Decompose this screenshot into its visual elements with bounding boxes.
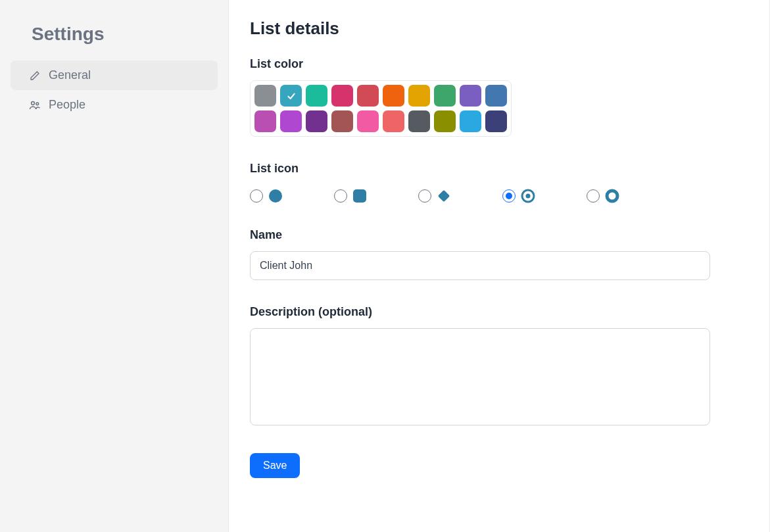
section-list-color: List color — [250, 57, 748, 137]
svg-point-7 — [607, 191, 617, 201]
color-swatch[interactable] — [306, 85, 327, 107]
list-color-label: List color — [250, 57, 748, 71]
section-list-icon: List icon — [250, 162, 748, 203]
sidebar-title: Settings — [11, 21, 218, 60]
icon-option-diamond[interactable] — [418, 189, 451, 203]
icon-option-ring[interactable] — [587, 189, 619, 203]
color-palette — [250, 80, 512, 137]
color-swatch[interactable] — [357, 110, 379, 132]
icon-options — [250, 185, 748, 203]
page-title: List details — [250, 18, 748, 39]
sidebar-item-people[interactable]: People — [11, 90, 218, 120]
main-content: List details List color List icon Name D… — [229, 0, 769, 532]
color-swatch[interactable] — [280, 85, 302, 107]
save-button[interactable]: Save — [250, 453, 300, 478]
sidebar-item-label: General — [49, 68, 91, 82]
svg-rect-4 — [438, 190, 450, 202]
color-swatch[interactable] — [434, 110, 456, 132]
radio-button[interactable] — [502, 189, 516, 203]
circle-icon — [268, 189, 283, 203]
svg-point-2 — [269, 189, 282, 203]
color-swatch[interactable] — [280, 110, 302, 132]
color-swatch[interactable] — [408, 85, 430, 107]
people-icon — [29, 99, 41, 111]
icon-option-square[interactable] — [334, 189, 367, 203]
color-swatch[interactable] — [460, 85, 481, 107]
color-swatch[interactable] — [254, 85, 276, 107]
diamond-icon — [437, 189, 451, 203]
sidebar: Settings GeneralPeople — [0, 0, 229, 532]
color-swatch[interactable] — [485, 85, 507, 107]
color-swatch[interactable] — [383, 85, 404, 107]
icon-option-target[interactable] — [502, 189, 535, 203]
section-description: Description (optional) — [250, 305, 748, 428]
color-swatch[interactable] — [460, 110, 481, 132]
sidebar-item-general[interactable]: General — [11, 60, 218, 90]
description-label: Description (optional) — [250, 305, 748, 319]
color-swatch[interactable] — [254, 110, 276, 132]
radio-button[interactable] — [334, 189, 347, 203]
ring-icon — [605, 189, 619, 203]
color-swatch[interactable] — [485, 110, 507, 132]
color-swatch[interactable] — [408, 110, 430, 132]
target-icon — [521, 189, 535, 203]
icon-option-circle[interactable] — [250, 189, 283, 203]
name-label: Name — [250, 228, 748, 242]
sidebar-item-label: People — [49, 98, 85, 112]
svg-rect-3 — [353, 189, 366, 203]
description-textarea[interactable] — [250, 328, 710, 425]
svg-point-6 — [526, 194, 531, 199]
color-swatch[interactable] — [383, 110, 404, 132]
radio-button[interactable] — [250, 189, 263, 203]
color-swatch[interactable] — [306, 110, 327, 132]
radio-button[interactable] — [587, 189, 600, 203]
name-input[interactable] — [250, 251, 710, 280]
color-swatch[interactable] — [434, 85, 456, 107]
color-swatch[interactable] — [357, 85, 379, 107]
pencil-icon — [29, 70, 41, 82]
radio-button[interactable] — [418, 189, 431, 203]
list-icon-label: List icon — [250, 162, 748, 176]
svg-point-1 — [36, 102, 39, 105]
section-name: Name — [250, 228, 748, 280]
color-swatch[interactable] — [331, 110, 353, 132]
color-swatch[interactable] — [331, 85, 353, 107]
square-icon — [352, 189, 367, 203]
svg-point-0 — [32, 101, 35, 105]
